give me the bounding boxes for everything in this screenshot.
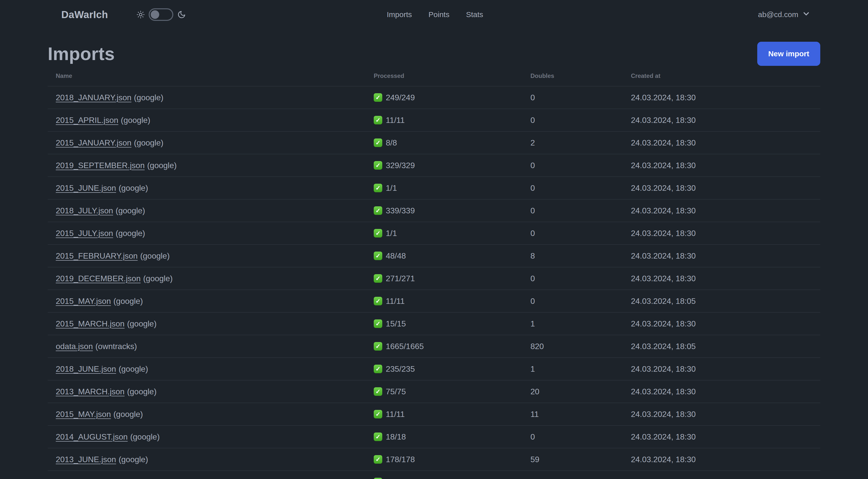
processed-count: 271/271 (386, 274, 415, 283)
navbar: DaWarIch (0, 0, 868, 29)
user-menu[interactable]: ab@cd.com (758, 10, 809, 19)
created-at-value: 24.03.2024, 18:30 (631, 251, 820, 261)
new-import-button[interactable]: New import (757, 42, 820, 66)
import-file-link[interactable]: odata.json (56, 342, 93, 351)
doubles-count: 0 (530, 274, 631, 283)
import-source-label: (owntracks) (95, 342, 137, 351)
success-check-icon: ✓ (374, 432, 382, 441)
doubles-count: 0 (530, 161, 631, 170)
import-source-label: (google) (116, 206, 145, 215)
table-row: 2015_JANUARY.json(google) ✓ 8/8 2 24.03.… (48, 131, 820, 154)
success-check-icon: ✓ (374, 365, 382, 373)
import-source-label: (google) (113, 297, 143, 306)
processed-count: 235/235 (386, 364, 415, 374)
success-check-icon: ✓ (374, 297, 382, 305)
imports-page: Imports New import Name Processed Double… (48, 42, 820, 479)
table-body: 2018_JANUARY.json(google) ✓ 249/249 0 24… (48, 86, 820, 471)
created-at-value: 24.03.2024, 18:30 (631, 410, 820, 419)
processed-count: 11/11 (386, 297, 405, 306)
import-file-link[interactable]: 2015_FEBRUARY.json (56, 251, 137, 260)
import-source-label: (google) (130, 432, 159, 441)
doubles-count: 0 (530, 432, 631, 442)
nav-link-imports[interactable]: Imports (387, 10, 412, 19)
success-check-icon: ✓ (374, 116, 382, 124)
import-file-link[interactable]: 2015_MAY.json (56, 297, 111, 306)
import-file-link[interactable]: 2013_JUNE.json (56, 455, 116, 464)
import-file-link[interactable]: 2018_JULY.json (56, 206, 113, 215)
doubles-count: 0 (530, 229, 631, 238)
import-source-label: (google) (119, 455, 148, 464)
import-file-link[interactable]: 2018_JANUARY.json (56, 93, 131, 102)
import-file-link[interactable]: 2015_MARCH.json (56, 319, 125, 328)
doubles-count: 8 (530, 251, 631, 261)
table-row: 2015_MAY.json(google) ✓ 11/11 0 24.03.20… (48, 290, 820, 312)
doubles-count: 1 (530, 319, 631, 328)
created-at-value: 24.03.2024, 18:30 (631, 93, 820, 102)
import-file-link[interactable]: 2013_MARCH.json (56, 387, 125, 396)
table-row: 2015_JULY.json(google) ✓ 1/1 0 24.03.202… (48, 222, 820, 244)
table-row-partial: ✓ (48, 471, 820, 479)
import-source-label: (google) (134, 93, 163, 102)
processed-count: 75/75 (386, 387, 406, 396)
table-row: odata.json(owntracks) ✓ 1665/1665 820 24… (48, 335, 820, 357)
table-row: 2015_JUNE.json(google) ✓ 1/1 0 24.03.202… (48, 176, 820, 199)
import-file-link[interactable]: 2014_AUGUST.json (56, 432, 128, 441)
success-check-icon: ✓ (374, 93, 382, 102)
imports-table: Name Processed Doubles Created at 2018_J… (48, 66, 820, 479)
import-file-link[interactable]: 2019_DECEMBER.json (56, 274, 141, 283)
chevron-down-icon (803, 10, 809, 19)
doubles-count: 820 (530, 342, 631, 351)
moon-icon (177, 10, 186, 19)
created-at-value: 24.03.2024, 18:30 (631, 455, 820, 464)
import-source-label: (google) (119, 364, 148, 373)
doubles-count: 20 (530, 387, 631, 396)
import-file-link[interactable]: 2015_JUNE.json (56, 183, 116, 192)
created-at-value: 24.03.2024, 18:30 (631, 161, 820, 170)
column-header-doubles: Doubles (530, 72, 631, 80)
import-file-link[interactable]: 2015_APRIL.json (56, 116, 118, 125)
created-at-value: 24.03.2024, 18:30 (631, 387, 820, 396)
column-header-created-at: Created at (631, 72, 820, 80)
import-file-link[interactable]: 2015_JANUARY.json (56, 138, 131, 147)
success-check-icon: ✓ (374, 229, 382, 238)
app-logo[interactable]: DaWarIch (61, 9, 108, 20)
table-row: 2019_DECEMBER.json(google) ✓ 271/271 0 2… (48, 267, 820, 290)
processed-count: 339/339 (386, 206, 415, 215)
import-source-label: (google) (113, 410, 143, 419)
table-row: 2018_JUNE.json(google) ✓ 235/235 1 24.03… (48, 357, 820, 380)
table-row: 2018_JULY.json(google) ✓ 339/339 0 24.03… (48, 199, 820, 222)
theme-toggle-switch[interactable] (149, 8, 173, 21)
nav-link-points[interactable]: Points (429, 10, 449, 19)
table-row: 2015_MARCH.json(google) ✓ 15/15 1 24.03.… (48, 312, 820, 335)
created-at-value: 24.03.2024, 18:30 (631, 116, 820, 125)
doubles-count: 0 (530, 116, 631, 125)
import-source-label: (google) (134, 138, 163, 147)
doubles-count: 0 (530, 206, 631, 215)
import-source-label: (google) (119, 183, 148, 192)
import-source-label: (google) (147, 161, 177, 170)
import-file-link[interactable]: 2019_SEPTEMBER.json (56, 161, 145, 170)
table-row: 2018_JANUARY.json(google) ✓ 249/249 0 24… (48, 86, 820, 109)
processed-count: 249/249 (386, 93, 415, 102)
processed-count: 1/1 (386, 183, 397, 193)
created-at-value: 24.03.2024, 18:30 (631, 138, 820, 148)
processed-count: 1/1 (386, 229, 397, 238)
created-at-value: 24.03.2024, 18:30 (631, 183, 820, 193)
processed-count: 8/8 (386, 138, 397, 148)
doubles-count: 0 (530, 297, 631, 306)
user-email: ab@cd.com (758, 10, 799, 19)
import-file-link[interactable]: 2018_JUNE.json (56, 364, 116, 373)
processed-count: 329/329 (386, 161, 415, 170)
doubles-count: 11 (530, 410, 631, 419)
import-file-link[interactable]: 2015_JULY.json (56, 229, 113, 238)
import-source-label: (google) (127, 319, 156, 328)
theme-toggle-group (136, 8, 186, 21)
doubles-count: 0 (530, 93, 631, 102)
nav-link-stats[interactable]: Stats (466, 10, 483, 19)
success-check-icon: ✓ (374, 478, 382, 479)
column-header-processed: Processed (374, 72, 530, 80)
doubles-count: 0 (530, 183, 631, 193)
import-file-link[interactable]: 2015_MAY.json (56, 410, 111, 419)
success-check-icon: ✓ (374, 274, 382, 283)
created-at-value: 24.03.2024, 18:05 (631, 342, 820, 351)
